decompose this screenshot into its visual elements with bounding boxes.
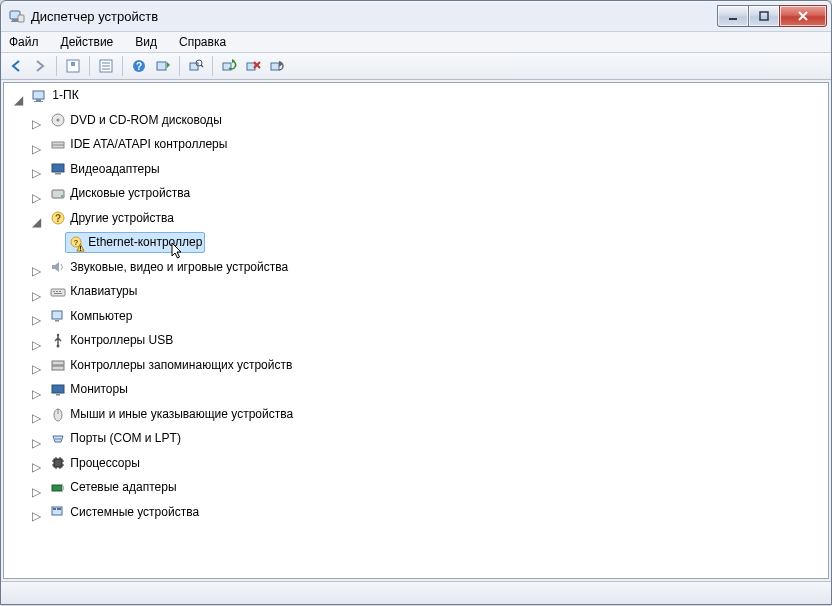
expand-icon[interactable]: ▷: [30, 385, 42, 404]
mouse-icon: [50, 406, 66, 422]
toolbar: ?: [1, 53, 831, 80]
back-button[interactable]: [5, 55, 27, 77]
tree-item-label: Компьютер: [70, 307, 132, 326]
computer-icon: [50, 308, 66, 324]
uninstall-button[interactable]: [242, 55, 264, 77]
expand-icon[interactable]: ▷: [30, 189, 42, 208]
svg-rect-50: [52, 366, 64, 370]
expand-icon[interactable]: ▷: [30, 140, 42, 159]
tree-item-label: Мониторы: [70, 380, 127, 399]
tree-item-label: IDE ATA/ATAPI контроллеры: [70, 135, 227, 154]
menu-view[interactable]: Вид: [131, 33, 161, 51]
optical-drive-icon: [50, 112, 66, 128]
maximize-button[interactable]: [748, 5, 780, 27]
svg-point-27: [57, 119, 60, 122]
svg-rect-3: [18, 15, 24, 22]
display-adapter-icon: [50, 161, 66, 177]
svg-rect-30: [52, 164, 64, 172]
help-button[interactable]: ?: [128, 55, 150, 77]
tree-item-label: Мыши и иные указывающие устройства: [70, 405, 293, 424]
other-devices-icon: ?: [50, 210, 66, 226]
expand-icon[interactable]: ▷: [30, 115, 42, 134]
tree-item-label: DVD и CD-ROM дисководы: [70, 111, 221, 130]
collapse-icon[interactable]: ◢: [12, 91, 24, 110]
tree-item-monitors[interactable]: ▷ Мониторы: [30, 379, 828, 404]
device-tree[interactable]: ◢ 1-ПК ▷: [3, 82, 829, 579]
expand-icon[interactable]: ▷: [30, 262, 42, 281]
show-hidden-button[interactable]: [62, 55, 84, 77]
svg-point-55: [56, 438, 58, 440]
svg-rect-23: [33, 91, 44, 99]
tree-root[interactable]: ◢ 1-ПК ▷: [12, 85, 828, 526]
tree-item-ethernet[interactable]: ▷ ?: [48, 232, 828, 257]
ports-icon: [50, 431, 66, 447]
tree-item-label: Дисковые устройства: [70, 184, 190, 203]
tree-item-dvd[interactable]: ▷ DVD и CD-ROM дисководы: [30, 110, 828, 135]
expand-icon[interactable]: ▷: [30, 164, 42, 183]
expand-icon[interactable]: ▷: [30, 409, 42, 428]
system-device-icon: [50, 504, 66, 520]
storage-controller-icon: [50, 357, 66, 373]
svg-rect-1: [12, 19, 18, 21]
svg-line-17: [201, 65, 203, 67]
svg-rect-5: [760, 12, 768, 20]
svg-rect-67: [52, 485, 62, 491]
tree-item-label: Клавиатуры: [70, 282, 137, 301]
svg-text:?: ?: [136, 61, 142, 72]
update-driver-button[interactable]: [218, 55, 240, 77]
svg-rect-51: [52, 385, 64, 393]
tree-item-mice[interactable]: ▷ Мыши и иные указывающие устройства: [30, 404, 828, 429]
title-bar[interactable]: Диспетчер устройств: [1, 1, 831, 31]
expand-icon[interactable]: ▷: [30, 287, 42, 306]
expand-icon[interactable]: ▷: [30, 507, 42, 526]
tree-item-processors[interactable]: ▷ Процессоры: [30, 453, 828, 478]
minimize-button[interactable]: [717, 5, 749, 27]
tree-item-display[interactable]: ▷ Видеоадаптеры: [30, 159, 828, 184]
expand-icon[interactable]: ▷: [30, 336, 42, 355]
tree-item-ports[interactable]: ▷ Порты (COM и LPT): [30, 428, 828, 453]
tree-item-system[interactable]: ▷ Системные устройства: [30, 502, 828, 527]
expand-icon[interactable]: ▷: [30, 360, 42, 379]
find-button[interactable]: [185, 55, 207, 77]
menu-bar: Файл Действие Вид Справка: [1, 31, 831, 53]
tree-item-label: Видеоадаптеры: [70, 160, 159, 179]
network-adapter-icon: [50, 480, 66, 496]
tree-root-label: 1-ПК: [52, 86, 78, 105]
tree-item-computer[interactable]: ▷ Компьютер: [30, 306, 828, 331]
menu-file[interactable]: Файл: [5, 33, 43, 51]
window-title: Диспетчер устройств: [31, 9, 158, 24]
svg-rect-25: [34, 101, 43, 102]
tree-item-label: Системные устройства: [70, 503, 199, 522]
menu-help[interactable]: Справка: [175, 33, 230, 51]
menu-action[interactable]: Действие: [57, 33, 118, 51]
disable-button[interactable]: [266, 55, 288, 77]
expand-icon[interactable]: ▷: [30, 311, 42, 330]
tree-item-ide[interactable]: ▷ IDE ATA/ATAPI контроллеры: [30, 134, 828, 159]
cpu-icon: [50, 455, 66, 471]
svg-rect-45: [52, 311, 62, 319]
scan-button[interactable]: [152, 55, 174, 77]
tree-item-keyboards[interactable]: ▷ Клавиатуры: [30, 281, 828, 306]
properties-button[interactable]: [95, 55, 117, 77]
usb-icon: [50, 333, 66, 349]
close-button[interactable]: [779, 5, 827, 27]
tree-item-sound[interactable]: ▷ Звуковые, видео и игровые устройства: [30, 257, 828, 282]
tree-item-label: Сетевые адаптеры: [70, 478, 176, 497]
content-area: ◢ 1-ПК ▷: [1, 80, 831, 581]
tree-item-other[interactable]: ◢ ? Другие устройства: [30, 208, 828, 257]
expand-icon[interactable]: ▷: [30, 434, 42, 453]
svg-rect-31: [55, 173, 61, 175]
svg-rect-44: [54, 293, 62, 294]
tree-item-label: Порты (COM и LPT): [70, 429, 181, 448]
tree-item-storage[interactable]: ▷ Контроллеры запоминающих устройств: [30, 355, 828, 380]
forward-button[interactable]: [29, 55, 51, 77]
collapse-icon[interactable]: ◢: [30, 213, 42, 232]
svg-rect-49: [52, 361, 64, 365]
tree-item-usb[interactable]: ▷ Контроллеры USB: [30, 330, 828, 355]
tree-item-disk[interactable]: ▷ Дисковые устройства: [30, 183, 828, 208]
computer-icon: [32, 88, 48, 104]
svg-rect-41: [53, 291, 55, 292]
expand-icon[interactable]: ▷: [30, 483, 42, 502]
tree-item-network[interactable]: ▷ Сетевые адаптеры: [30, 477, 828, 502]
expand-icon[interactable]: ▷: [30, 458, 42, 477]
